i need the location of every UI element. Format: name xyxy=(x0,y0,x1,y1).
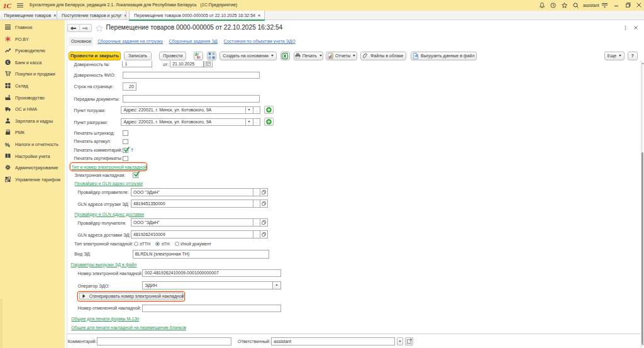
svg-text:Кт: Кт xyxy=(197,55,201,59)
svg-text:а: а xyxy=(8,143,10,147)
svg-text:1С: 1С xyxy=(3,2,12,9)
